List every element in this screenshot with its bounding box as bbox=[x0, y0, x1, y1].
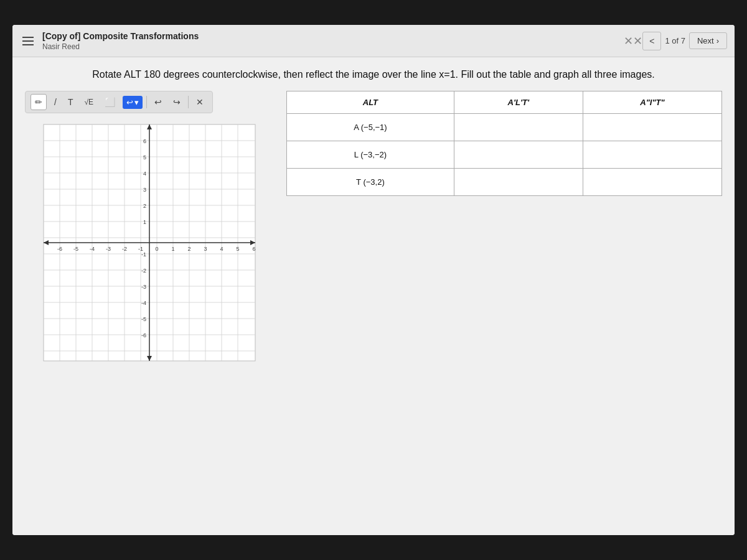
svg-text:-4: -4 bbox=[141, 300, 146, 306]
col-alt-prime-header: A'L'T' bbox=[454, 91, 583, 114]
row3-col2[interactable] bbox=[454, 169, 583, 196]
svg-text:-1: -1 bbox=[141, 251, 146, 258]
expand-icon: ✕✕ bbox=[624, 34, 642, 48]
svg-text:1: 1 bbox=[143, 219, 146, 225]
header-right: < 1 of 7 Next › bbox=[642, 32, 727, 50]
row2-col1: L (−3,−2) bbox=[287, 141, 454, 169]
page-indicator: 1 of 7 bbox=[665, 36, 685, 45]
formula-button[interactable]: √E bbox=[80, 95, 97, 109]
svg-text:2: 2 bbox=[187, 246, 190, 252]
header-title-block: [Copy of] Composite Transformations Nasi… bbox=[42, 30, 199, 50]
table-row: T (−3,2) bbox=[287, 169, 722, 196]
svg-text:-2: -2 bbox=[141, 268, 146, 274]
svg-text:-3: -3 bbox=[106, 246, 111, 252]
svg-text:4: 4 bbox=[143, 170, 146, 177]
svg-text:-6: -6 bbox=[141, 332, 146, 338]
header: [Copy of] Composite Transformations Nasi… bbox=[12, 25, 735, 57]
table-row: L (−3,−2) bbox=[287, 141, 722, 169]
svg-text:-4: -4 bbox=[90, 246, 95, 252]
coordinate-grid: -6 -5 -4 -3 -2 -1 0 1 2 3 4 bbox=[25, 118, 274, 380]
close-button[interactable]: ✕ bbox=[192, 95, 207, 110]
svg-text:2: 2 bbox=[143, 203, 146, 209]
pencil-button[interactable]: ✏ bbox=[31, 94, 47, 110]
row2-col2[interactable] bbox=[454, 141, 583, 169]
header-subtitle: Nasir Reed bbox=[42, 42, 199, 51]
workspace: ✏ / T √E ⬜ ↩ ▾ ↩ ↪ ✕ bbox=[25, 91, 722, 380]
graph-container: -6 -5 -4 -3 -2 -1 0 1 2 3 4 bbox=[25, 118, 274, 380]
pointer-dropdown[interactable]: ↩ ▾ bbox=[123, 96, 143, 109]
left-panel: ✏ / T √E ⬜ ↩ ▾ ↩ ↪ ✕ bbox=[25, 91, 274, 380]
next-button[interactable]: Next › bbox=[689, 32, 727, 49]
undo-button[interactable]: ↩ bbox=[151, 95, 166, 110]
header-left: [Copy of] Composite Transformations Nasi… bbox=[20, 30, 624, 50]
svg-text:3: 3 bbox=[143, 187, 146, 193]
row3-col3[interactable] bbox=[583, 169, 721, 196]
question-text: Rotate ALT 180 degrees counterclockwise,… bbox=[25, 67, 722, 82]
data-table: ALT A'L'T' A"I"T" A (−5,−1) L (−3,−2) bbox=[286, 91, 722, 196]
prev-button[interactable]: < bbox=[642, 32, 661, 50]
table-row: A (−5,−1) bbox=[287, 114, 722, 141]
svg-text:3: 3 bbox=[204, 246, 207, 252]
separator2 bbox=[188, 96, 189, 108]
svg-text:-5: -5 bbox=[141, 316, 146, 322]
svg-text:1: 1 bbox=[171, 246, 174, 252]
svg-text:0: 0 bbox=[155, 246, 158, 252]
row1-col1: A (−5,−1) bbox=[287, 114, 454, 141]
pointer-icon: ↩ bbox=[126, 98, 133, 107]
svg-text:-5: -5 bbox=[73, 246, 78, 252]
text-button[interactable]: T bbox=[64, 95, 77, 110]
header-title: [Copy of] Composite Transformations bbox=[42, 30, 199, 42]
svg-text:5: 5 bbox=[236, 246, 239, 252]
main-content: Rotate ALT 180 degrees counterclockwise,… bbox=[12, 57, 735, 535]
redo-button[interactable]: ↪ bbox=[169, 95, 184, 110]
expand-toggle[interactable]: ✕✕ bbox=[624, 34, 642, 48]
data-table-container: ALT A'L'T' A"I"T" A (−5,−1) L (−3,−2) bbox=[286, 91, 722, 196]
svg-text:6: 6 bbox=[143, 138, 146, 144]
next-icon: › bbox=[716, 36, 719, 45]
separator bbox=[146, 96, 147, 108]
line-button[interactable]: / bbox=[50, 95, 60, 110]
svg-text:-2: -2 bbox=[122, 246, 127, 252]
row1-col3[interactable] bbox=[583, 114, 721, 141]
svg-text:5: 5 bbox=[143, 154, 146, 161]
row3-col1: T (−3,2) bbox=[287, 169, 454, 196]
svg-text:4: 4 bbox=[220, 246, 223, 252]
canvas-area[interactable]: -6 -5 -4 -3 -2 -1 0 1 2 3 4 bbox=[25, 118, 274, 380]
toolbar: ✏ / T √E ⬜ ↩ ▾ ↩ ↪ ✕ bbox=[25, 91, 213, 113]
dropdown-arrow: ▾ bbox=[134, 98, 139, 107]
svg-text:-6: -6 bbox=[57, 246, 62, 252]
eraser-button[interactable]: ⬜ bbox=[101, 95, 119, 110]
row1-col2[interactable] bbox=[454, 114, 583, 141]
col-alt-double-prime-header: A"I"T" bbox=[583, 91, 721, 114]
svg-text:-3: -3 bbox=[141, 284, 146, 290]
col-alt-header: ALT bbox=[287, 91, 454, 114]
app-window: [Copy of] Composite Transformations Nasi… bbox=[12, 25, 735, 535]
svg-text:6: 6 bbox=[252, 246, 255, 252]
row2-col3[interactable] bbox=[583, 141, 721, 169]
menu-icon[interactable] bbox=[20, 34, 36, 48]
